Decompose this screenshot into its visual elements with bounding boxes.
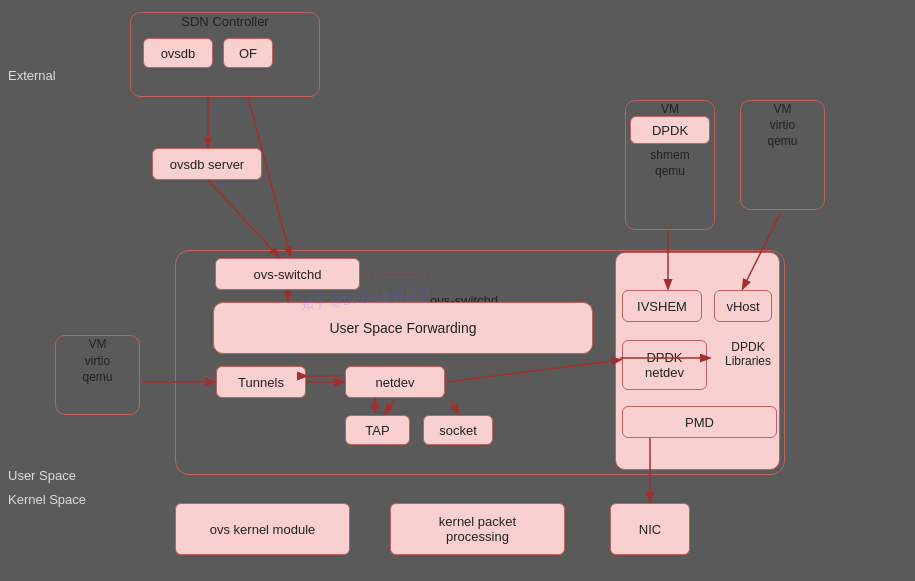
ovsdb-server-label: ovsdb server bbox=[170, 157, 244, 172]
socket-label: socket bbox=[439, 423, 477, 438]
external-label: External bbox=[8, 68, 56, 83]
of-box: OF bbox=[223, 38, 273, 68]
tap-box: TAP bbox=[345, 415, 410, 445]
ivshem-label: IVSHEM bbox=[637, 299, 687, 314]
user-space-forwarding-box: User Space Forwarding bbox=[213, 302, 593, 354]
dpdk-netdev-box: DPDK netdev bbox=[622, 340, 707, 390]
dpdk-inner-label: DPDK bbox=[652, 123, 688, 138]
virtio-left-label: virtio bbox=[55, 354, 140, 368]
sdn-controller-label: SDN Controller bbox=[130, 14, 320, 29]
pmd-box: PMD bbox=[622, 406, 777, 438]
dpdk-inner-box: DPDK bbox=[630, 116, 710, 144]
nic-box: NIC bbox=[610, 503, 690, 555]
vm-virtio-container bbox=[740, 100, 825, 210]
dpdk-netdev-label: DPDK netdev bbox=[645, 350, 684, 380]
ovs-kernel-label: ovs kernel module bbox=[210, 522, 316, 537]
pmd-label: PMD bbox=[685, 415, 714, 430]
of-label: OF bbox=[239, 46, 257, 61]
vhost-label: vHost bbox=[726, 299, 759, 314]
kernel-packet-label: kernel packet processing bbox=[439, 514, 516, 544]
ovsdb-label: ovsdb bbox=[161, 46, 196, 61]
netdev-box: netdev bbox=[345, 366, 445, 398]
netdev-label: netdev bbox=[375, 375, 414, 390]
ovs-switchd-inner-label: ovs-switchd bbox=[254, 267, 322, 282]
dpdk-libraries-label: DPDK Libraries bbox=[718, 340, 778, 368]
kernel-packet-box: kernel packet processing bbox=[390, 503, 565, 555]
socket-box: socket bbox=[423, 415, 493, 445]
shmem-label: shmem bbox=[625, 148, 715, 162]
ovs-switchd-box: ovs-switchd bbox=[215, 258, 360, 290]
qemu-tr-label: qemu bbox=[740, 134, 825, 148]
nic-label: NIC bbox=[639, 522, 661, 537]
vm-dpdk-label: VM bbox=[625, 102, 715, 116]
qemu-dpdk-label: qemu bbox=[625, 164, 715, 178]
user-space-label: User Space bbox=[8, 468, 76, 483]
virtio-tr-label: virtio bbox=[740, 118, 825, 132]
vm-left-label: VM bbox=[55, 337, 140, 351]
ovsdb-server-box: ovsdb server bbox=[152, 148, 262, 180]
ovs-kernel-box: ovs kernel module bbox=[175, 503, 350, 555]
ovsdb-box: ovsdb bbox=[143, 38, 213, 68]
tunnels-label: Tunnels bbox=[238, 375, 284, 390]
svg-line-2 bbox=[208, 180, 278, 256]
vhost-box: vHost bbox=[714, 290, 772, 322]
tunnels-box: Tunnels bbox=[216, 366, 306, 398]
tap-label: TAP bbox=[365, 423, 389, 438]
kernel-space-label: Kernel Space bbox=[8, 492, 86, 507]
user-space-forwarding-label: User Space Forwarding bbox=[329, 320, 476, 336]
vm-tr-label: VM bbox=[740, 102, 825, 116]
ivshem-box: IVSHEM bbox=[622, 290, 702, 322]
qemu-left-label: qemu bbox=[55, 370, 140, 384]
